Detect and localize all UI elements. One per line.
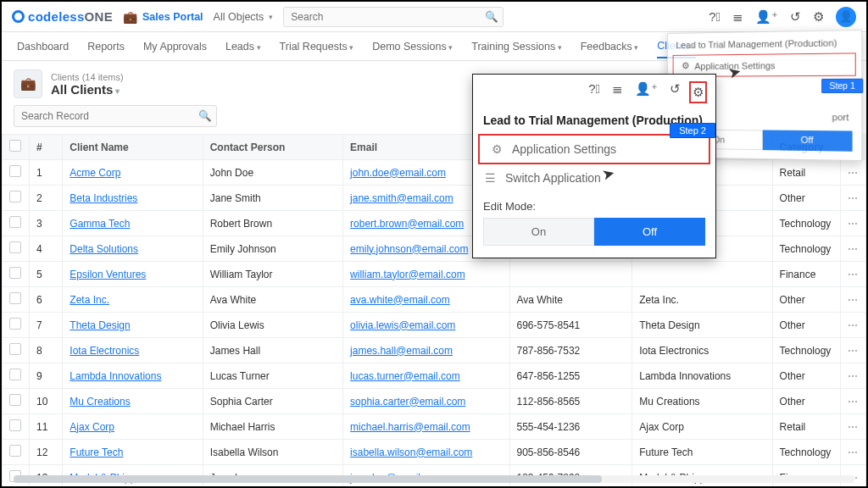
select-all-checkbox[interactable]	[9, 140, 21, 152]
row-checkbox[interactable]	[9, 216, 21, 228]
row-actions[interactable]: ⋯	[840, 262, 865, 287]
gear-icon-highlighted[interactable]: ⚙	[689, 81, 707, 103]
category: Technology	[772, 338, 840, 363]
client-link[interactable]: Theta Design	[70, 319, 130, 331]
email-link[interactable]: ava.white@email.com	[350, 294, 450, 306]
table-row[interactable]: 8Iota ElectronicsJames Halljames.hall@em…	[3, 338, 866, 363]
row-checkbox[interactable]	[9, 394, 21, 406]
global-search-input[interactable]	[283, 7, 504, 27]
row-checkbox[interactable]	[9, 241, 21, 253]
help-icon[interactable]: ?⃝	[709, 9, 721, 24]
add-user-icon[interactable]: 👤⁺	[755, 9, 778, 25]
application-settings-item[interactable]: ⚙ Application Settings Step 2	[478, 134, 710, 164]
row-checkbox[interactable]	[9, 165, 21, 177]
email-link[interactable]: robert.brown@email.com	[350, 218, 464, 230]
client-link[interactable]: Acme Corp	[70, 167, 120, 179]
gear-icon[interactable]: ⚙	[813, 9, 824, 25]
row-checkbox[interactable]	[9, 343, 21, 355]
table-row[interactable]: 5Epsilon VenturesWilliam Taylorwilliam.t…	[3, 262, 866, 287]
table-row[interactable]: 6Zeta Inc.Ava Whiteava.white@email.comAv…	[3, 287, 866, 313]
row-actions[interactable]: ⋯	[840, 363, 865, 389]
tab-leads[interactable]: Leads	[225, 41, 261, 53]
tab-feedbacks[interactable]: Feedbacks	[581, 41, 639, 53]
table-row[interactable]: 7Theta DesignOlivia Lewisolivia.lewis@em…	[3, 313, 866, 338]
row-actions[interactable]: ⋯	[840, 287, 865, 313]
email-link[interactable]: james.hall@email.com	[350, 345, 453, 357]
tab-dashboard[interactable]: Dashboard	[17, 41, 69, 53]
client-link[interactable]: Future Tech	[70, 446, 123, 458]
company: Lambda Innovations	[632, 363, 772, 389]
add-user-icon[interactable]: 👤⁺	[635, 81, 658, 103]
table-row[interactable]: 2Beta IndustriesJane Smithjane.smith@ema…	[3, 186, 866, 211]
client-link[interactable]: Ajax Corp	[70, 421, 114, 433]
col--[interactable]: #	[30, 135, 63, 160]
app-logo[interactable]: codelessONE	[12, 9, 113, 24]
row-checkbox[interactable]	[9, 318, 21, 330]
row-actions[interactable]: ⋯	[840, 313, 865, 338]
row-actions[interactable]: ⋯	[840, 414, 865, 440]
client-link[interactable]: Epsilon Ventures	[70, 269, 146, 280]
database-icon[interactable]: ≣	[612, 81, 623, 103]
row-checkbox[interactable]	[9, 267, 21, 279]
table-row[interactable]: 3Gamma TechRobert Brownrobert.brown@emai…	[3, 211, 866, 236]
client-link[interactable]: Lambda Innovations	[70, 370, 161, 382]
email-link[interactable]: isabella.wilson@email.com	[350, 446, 472, 458]
table-row[interactable]: 11Ajax CorpMichael Harrismichael.harris@…	[3, 414, 866, 440]
object-selector[interactable]: All Objects	[214, 11, 274, 23]
email-link[interactable]: sophia.carter@email.com	[350, 396, 465, 408]
row-checkbox[interactable]	[9, 445, 21, 457]
history-icon[interactable]: ↺	[790, 9, 801, 25]
table-row[interactable]: 10Mu CreationsSophia Cartersophia.carter…	[3, 389, 866, 414]
category: Retail	[772, 414, 840, 440]
portal-switcher[interactable]: 💼 Sales Portal	[123, 10, 203, 24]
row-actions[interactable]: ⋯	[840, 160, 865, 186]
help-icon[interactable]: ?⃝	[588, 81, 600, 103]
row-actions[interactable]: ⋯	[840, 389, 865, 414]
client-link[interactable]: Delta Solutions	[70, 243, 138, 255]
email-link[interactable]: william.taylor@email.com	[350, 269, 465, 280]
tab-demo-sessions[interactable]: Demo Sessions	[372, 41, 453, 53]
email-link[interactable]: john.doe@email.com	[350, 167, 446, 179]
row-actions[interactable]: ⋯	[840, 186, 865, 211]
history-icon[interactable]: ↺	[670, 81, 681, 103]
table-row[interactable]: 12Future TechIsabella Wilsonisabella.wil…	[3, 440, 866, 465]
edit-mode-on[interactable]: On	[483, 218, 594, 246]
table-row[interactable]: 9Lambda InnovationsLucas Turnerlucas.tur…	[3, 363, 866, 389]
client-link[interactable]: Beta Industries	[70, 192, 137, 204]
client-link[interactable]: Gamma Tech	[70, 218, 130, 230]
row-checkbox[interactable]	[9, 369, 21, 380]
tab-reports[interactable]: Reports	[87, 41, 125, 53]
row-actions[interactable]: ⋯	[840, 338, 865, 363]
table-row[interactable]: 1Acme CorpJohn Doejohn.doe@email.comReta…	[3, 160, 866, 186]
tab-my-approvals[interactable]: My Approvals	[143, 41, 207, 53]
client-link[interactable]: Mu Creations	[70, 396, 130, 408]
record-search-input[interactable]	[14, 105, 217, 127]
email-link[interactable]: michael.harris@email.com	[350, 421, 470, 433]
horizontal-scrollbar[interactable]	[14, 475, 854, 483]
tab-trial-requests[interactable]: Trial Requests	[280, 41, 354, 53]
row-checkbox[interactable]	[9, 292, 21, 304]
switch-application-item[interactable]: ☰ Switch Application	[473, 164, 715, 191]
email-link[interactable]: jane.smith@email.com	[350, 192, 453, 204]
app-settings-item-blur[interactable]: ⚙ Application Settings	[674, 53, 855, 76]
client-link[interactable]: Zeta Inc.	[70, 294, 109, 306]
table-row[interactable]: 4Delta SolutionsEmily Johnsonemily.johns…	[3, 236, 866, 262]
col-contact-person[interactable]: Contact Person	[203, 135, 342, 160]
col-client-name[interactable]: Client Name	[63, 135, 203, 160]
row-actions[interactable]: ⋯	[840, 236, 865, 262]
row-actions[interactable]: ⋯	[840, 211, 865, 236]
row-actions[interactable]: ⋯	[840, 440, 865, 465]
email-link[interactable]: lucas.turner@email.com	[350, 370, 460, 382]
edit-mode-off[interactable]: Off	[594, 218, 705, 246]
global-search[interactable]: 🔍	[283, 7, 504, 27]
edit-mode-toggle[interactable]: On Off	[473, 218, 715, 258]
view-name[interactable]: All Clients	[51, 82, 124, 97]
email-link[interactable]: olivia.lewis@email.com	[350, 319, 455, 331]
row-checkbox[interactable]	[9, 419, 21, 431]
email-link[interactable]: emily.johnson@email.com	[350, 243, 468, 255]
database-icon[interactable]: ≣	[732, 9, 743, 25]
client-link[interactable]: Iota Electronics	[70, 345, 139, 357]
tab-training-sessions[interactable]: Training Sessions	[471, 41, 561, 53]
row-checkbox[interactable]	[9, 191, 21, 202]
avatar[interactable]: 👤	[836, 7, 856, 27]
